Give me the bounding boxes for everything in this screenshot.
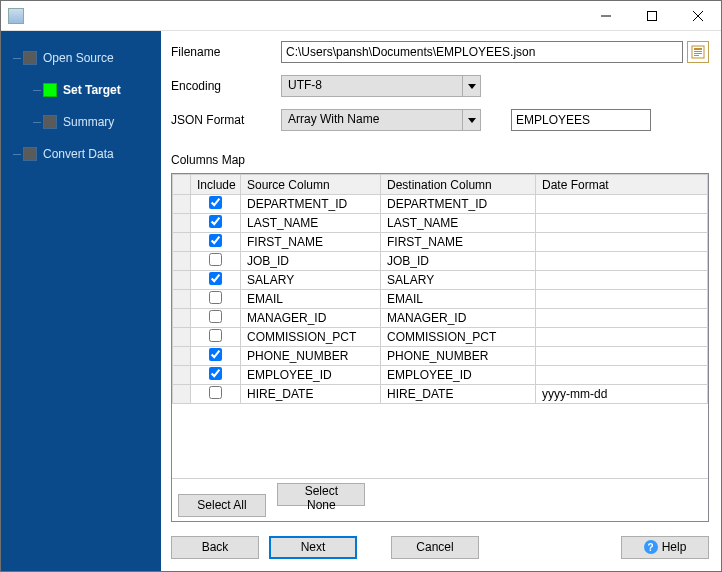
include-checkbox[interactable] bbox=[209, 329, 222, 342]
datefmt-cell[interactable] bbox=[536, 233, 708, 252]
row-selector[interactable] bbox=[173, 271, 191, 290]
source-cell[interactable]: DEPARTMENT_ID bbox=[241, 195, 381, 214]
table-row: SALARYSALARY bbox=[173, 271, 708, 290]
main-panel: Filename Encoding UTF-8 JSON Format Arra… bbox=[161, 31, 721, 571]
include-checkbox[interactable] bbox=[209, 310, 222, 323]
source-cell[interactable]: LAST_NAME bbox=[241, 214, 381, 233]
table-row: DEPARTMENT_IDDEPARTMENT_ID bbox=[173, 195, 708, 214]
help-icon: ? bbox=[644, 540, 658, 554]
row-selector[interactable] bbox=[173, 233, 191, 252]
source-cell[interactable]: PHONE_NUMBER bbox=[241, 347, 381, 366]
include-checkbox[interactable] bbox=[209, 234, 222, 247]
rowheader-col bbox=[173, 175, 191, 195]
svg-marker-9 bbox=[468, 84, 476, 89]
dest-cell[interactable]: JOB_ID bbox=[381, 252, 536, 271]
encoding-select[interactable]: UTF-8 bbox=[281, 75, 481, 97]
dest-cell[interactable]: HIRE_DATE bbox=[381, 385, 536, 404]
include-checkbox[interactable] bbox=[209, 367, 222, 380]
cancel-button[interactable]: Cancel bbox=[391, 536, 479, 559]
include-header[interactable]: Include bbox=[191, 175, 241, 195]
svg-marker-10 bbox=[468, 118, 476, 123]
dest-cell[interactable]: COMMISSION_PCT bbox=[381, 328, 536, 347]
include-checkbox[interactable] bbox=[209, 253, 222, 266]
datefmt-cell[interactable]: yyyy-mm-dd bbox=[536, 385, 708, 404]
columns-map-label: Columns Map bbox=[171, 153, 709, 167]
dest-cell[interactable]: FIRST_NAME bbox=[381, 233, 536, 252]
include-checkbox[interactable] bbox=[209, 348, 222, 361]
dest-cell[interactable]: PHONE_NUMBER bbox=[381, 347, 536, 366]
sidebar-item[interactable]: Summary bbox=[13, 109, 161, 135]
sidebar-item-label: Summary bbox=[63, 115, 114, 129]
datefmt-cell[interactable] bbox=[536, 252, 708, 271]
dest-cell[interactable]: SALARY bbox=[381, 271, 536, 290]
minimize-button[interactable] bbox=[583, 1, 629, 31]
select-none-button[interactable]: Select None bbox=[277, 483, 365, 506]
datefmt-cell[interactable] bbox=[536, 195, 708, 214]
row-selector[interactable] bbox=[173, 347, 191, 366]
row-selector[interactable] bbox=[173, 328, 191, 347]
include-checkbox[interactable] bbox=[209, 215, 222, 228]
row-selector[interactable] bbox=[173, 366, 191, 385]
app-icon bbox=[8, 8, 24, 24]
dest-header[interactable]: Destination Column bbox=[381, 175, 536, 195]
table-row: EMPLOYEE_IDEMPLOYEE_ID bbox=[173, 366, 708, 385]
svg-rect-7 bbox=[694, 53, 702, 54]
source-cell[interactable]: COMMISSION_PCT bbox=[241, 328, 381, 347]
source-cell[interactable]: FIRST_NAME bbox=[241, 233, 381, 252]
help-label: Help bbox=[662, 540, 687, 554]
dest-cell[interactable]: DEPARTMENT_ID bbox=[381, 195, 536, 214]
datefmt-cell[interactable] bbox=[536, 347, 708, 366]
dest-cell[interactable]: EMAIL bbox=[381, 290, 536, 309]
table-row: JOB_IDJOB_ID bbox=[173, 252, 708, 271]
source-cell[interactable]: EMAIL bbox=[241, 290, 381, 309]
row-selector[interactable] bbox=[173, 214, 191, 233]
table-row: COMMISSION_PCTCOMMISSION_PCT bbox=[173, 328, 708, 347]
row-selector[interactable] bbox=[173, 195, 191, 214]
datefmt-cell[interactable] bbox=[536, 290, 708, 309]
select-all-button[interactable]: Select All bbox=[178, 494, 266, 517]
source-header[interactable]: Source Column bbox=[241, 175, 381, 195]
table-row: LAST_NAMELAST_NAME bbox=[173, 214, 708, 233]
step-box-icon bbox=[23, 147, 37, 161]
source-cell[interactable]: EMPLOYEE_ID bbox=[241, 366, 381, 385]
json-format-label: JSON Format bbox=[171, 113, 281, 127]
row-selector[interactable] bbox=[173, 290, 191, 309]
include-checkbox[interactable] bbox=[209, 291, 222, 304]
datefmt-cell[interactable] bbox=[536, 309, 708, 328]
source-cell[interactable]: HIRE_DATE bbox=[241, 385, 381, 404]
row-selector[interactable] bbox=[173, 385, 191, 404]
close-button[interactable] bbox=[675, 1, 721, 31]
sidebar-item[interactable]: Open Source bbox=[13, 45, 161, 71]
row-selector[interactable] bbox=[173, 309, 191, 328]
dest-cell[interactable]: MANAGER_ID bbox=[381, 309, 536, 328]
include-checkbox[interactable] bbox=[209, 272, 222, 285]
back-button[interactable]: Back bbox=[171, 536, 259, 559]
table-row: FIRST_NAMEFIRST_NAME bbox=[173, 233, 708, 252]
include-checkbox[interactable] bbox=[209, 386, 222, 399]
browse-button[interactable] bbox=[687, 41, 709, 63]
datefmt-cell[interactable] bbox=[536, 214, 708, 233]
datefmt-header[interactable]: Date Format bbox=[536, 175, 708, 195]
json-format-select[interactable]: Array With Name bbox=[281, 109, 481, 131]
next-button[interactable]: Next bbox=[269, 536, 357, 559]
source-cell[interactable]: JOB_ID bbox=[241, 252, 381, 271]
include-checkbox[interactable] bbox=[209, 196, 222, 209]
source-cell[interactable]: MANAGER_ID bbox=[241, 309, 381, 328]
maximize-button[interactable] bbox=[629, 1, 675, 31]
datefmt-cell[interactable] bbox=[536, 366, 708, 385]
json-format-value: Array With Name bbox=[282, 110, 462, 130]
svg-rect-6 bbox=[694, 51, 702, 52]
help-button[interactable]: ? Help bbox=[621, 536, 709, 559]
datefmt-cell[interactable] bbox=[536, 328, 708, 347]
row-selector[interactable] bbox=[173, 252, 191, 271]
source-cell[interactable]: SALARY bbox=[241, 271, 381, 290]
sidebar-item[interactable]: Convert Data bbox=[13, 141, 161, 167]
json-name-input[interactable] bbox=[511, 109, 651, 131]
filename-input[interactable] bbox=[281, 41, 683, 63]
dest-cell[interactable]: LAST_NAME bbox=[381, 214, 536, 233]
datefmt-cell[interactable] bbox=[536, 271, 708, 290]
step-box-icon bbox=[23, 51, 37, 65]
sidebar-item[interactable]: Set Target bbox=[13, 77, 161, 103]
dest-cell[interactable]: EMPLOYEE_ID bbox=[381, 366, 536, 385]
wizard-window: Open SourceSet TargetSummaryConvert Data… bbox=[0, 0, 722, 572]
